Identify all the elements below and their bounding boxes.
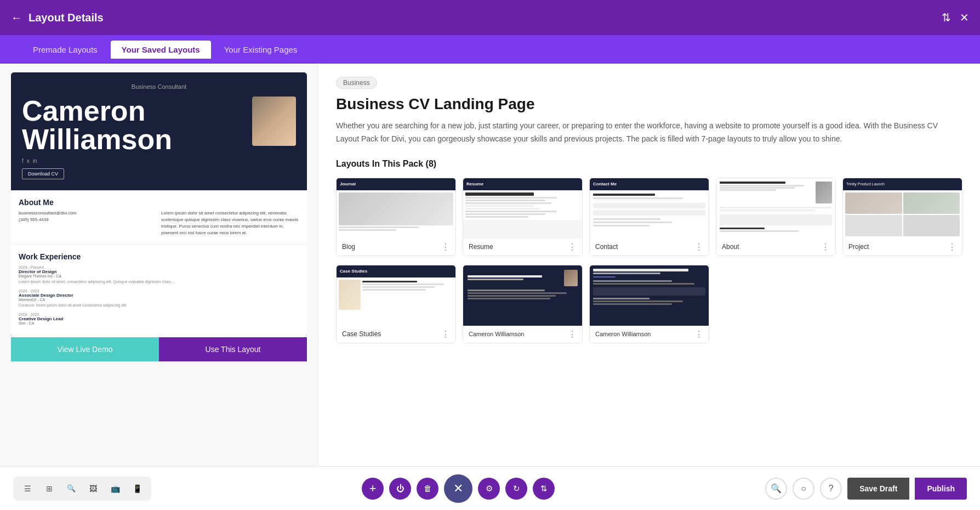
work-item-1: 2024 - Present Director of Design Elegan… (19, 265, 299, 285)
layout-card-contact-footer: Contact ⋮ (590, 239, 709, 256)
close-center-icon[interactable]: ✕ (444, 474, 472, 503)
work-item-2: 2020 - 2023 Associate Design Director Mo… (19, 289, 299, 308)
layout-card-blog-name: Blog (342, 243, 355, 251)
help-icon[interactable]: ? (820, 478, 842, 500)
detail-panel: Business Business CV Landing Page Whethe… (318, 64, 980, 466)
layout-card-about[interactable]: About ⋮ (716, 178, 836, 256)
preview-image: Business Consultant Cameron Williamson f… (11, 72, 307, 337)
layout-card-cv2-thumb (463, 265, 582, 326)
tab-saved-layouts[interactable]: Your Saved Layouts (111, 41, 211, 59)
layout-card-about-menu[interactable]: ⋮ (821, 242, 830, 252)
tabs-bar: Premade Layouts Your Saved Layouts Your … (0, 35, 980, 64)
top-bar: ← Layout Details ⇅ ✕ (0, 0, 980, 35)
layout-card-cv2-footer: Cameron Williamson ⋮ (463, 326, 582, 343)
preview-about: About Me businessconsultant@divi.com(345… (11, 190, 307, 244)
save-draft-button[interactable]: Save Draft (847, 478, 909, 500)
layout-card-blog-footer: Blog ⋮ (337, 239, 455, 256)
tab-existing-pages[interactable]: Your Existing Pages (213, 41, 309, 59)
tab-premade-layouts[interactable]: Premade Layouts (22, 41, 109, 59)
publish-button[interactable]: Publish (915, 478, 967, 500)
layout-card-cv2-name: Cameron Williamson (469, 331, 524, 337)
layout-card-resume-thumb: Resume (463, 178, 582, 239)
search-right-icon[interactable]: 🔍 (765, 478, 787, 500)
layout-card-contact-menu[interactable]: ⋮ (694, 242, 703, 252)
toolbar-view-options: ☰ ⊞ 🔍 🖼 📺 📱 (13, 477, 151, 501)
settings-icon[interactable]: ⇅ (942, 11, 951, 24)
layout-card-blog[interactable]: Journal Blog ⋮ (336, 178, 456, 256)
layout-card-resume-menu[interactable]: ⋮ (568, 242, 577, 252)
preview-top: Business Consultant Cameron Williamson f… (11, 72, 307, 190)
toolbar-center: + ⏻ 🗑 ✕ ⚙ ↻ ⇅ (362, 474, 555, 503)
layout-card-cv3-name: Cameron Williamson (595, 331, 651, 337)
toolbar-left: ☰ ⊞ 🔍 🖼 📺 📱 (13, 477, 151, 501)
sort-icon[interactable]: ⇅ (533, 478, 555, 500)
mobile-icon[interactable]: 📱 (127, 479, 147, 498)
layouts-grid-row1: Journal Blog ⋮ (336, 178, 962, 256)
undo-icon[interactable]: ↻ (505, 478, 527, 500)
layout-card-case-menu[interactable]: ⋮ (441, 329, 450, 339)
layout-card-project[interactable]: Trinity Product Launch Project (842, 178, 962, 256)
layout-card-cv3[interactable]: Cameron Williamson ⋮ (589, 265, 709, 343)
preview-work: Work Experience 2024 - Present Director … (11, 244, 307, 337)
layout-card-case-footer: Case Studies ⋮ (337, 326, 455, 343)
hamburger-menu-icon[interactable]: ☰ (18, 479, 37, 498)
layout-card-project-name: Project (848, 243, 869, 251)
layout-card-about-name: About (722, 243, 739, 251)
trash-icon[interactable]: 🗑 (417, 478, 438, 500)
layouts-section-title: Layouts In This Pack (8) (336, 159, 962, 169)
bottom-toolbar: ☰ ⊞ 🔍 🖼 📺 📱 + ⏻ 🗑 ✕ ⚙ ↻ ⇅ 🔍 ○ ? Save Dra… (0, 466, 980, 510)
layout-card-resume[interactable]: Resume (463, 178, 583, 256)
desktop-icon[interactable]: 🖼 (83, 479, 103, 498)
layout-card-cv2-menu[interactable]: ⋮ (568, 329, 577, 339)
layout-card-about-thumb (716, 178, 835, 239)
page-title: Layout Details (29, 12, 104, 24)
top-bar-right: ⇅ ✕ (942, 11, 969, 24)
main-content: Business Consultant Cameron Williamson f… (0, 64, 980, 466)
layout-card-resume-name: Resume (469, 243, 493, 251)
detail-description: Whether you are searching for a new job,… (336, 120, 962, 146)
download-cv-button[interactable]: Download CV (22, 168, 64, 179)
work-title: Work Experience (19, 252, 299, 261)
layout-card-project-menu[interactable]: ⋮ (948, 242, 956, 252)
about-title: About Me (19, 198, 299, 207)
layout-card-cv3-menu[interactable]: ⋮ (694, 329, 703, 339)
search-icon[interactable]: 🔍 (61, 479, 81, 498)
circle-icon[interactable]: ○ (793, 478, 814, 500)
view-live-demo-button[interactable]: View Live Demo (11, 337, 159, 361)
layout-card-case[interactable]: Case Studies (336, 265, 456, 343)
work-item-3: 2018 - 2020 Creative Design Lead Shri - … (19, 313, 299, 325)
layout-card-project-thumb: Trinity Product Launch (843, 178, 962, 239)
layout-card-cv3-thumb (590, 265, 709, 326)
preview-name: Cameron Williamson (22, 97, 239, 154)
layout-card-case-name: Case Studies (342, 330, 381, 338)
layout-card-contact[interactable]: Contact Me Contact (589, 178, 709, 256)
toolbar-right: 🔍 ○ ? Save Draft Publish (765, 478, 967, 500)
preview-panel: Business Consultant Cameron Williamson f… (0, 64, 318, 466)
top-bar-left: ← Layout Details (11, 12, 104, 24)
back-arrow-icon[interactable]: ← (11, 12, 22, 24)
detail-title: Business CV Landing Page (336, 95, 962, 113)
use-this-layout-button[interactable]: Use This Layout (159, 337, 307, 361)
layout-card-project-footer: Project ⋮ (843, 239, 962, 256)
layout-card-contact-name: Contact (595, 243, 618, 251)
preview-brand: Business Consultant (22, 83, 296, 90)
add-section-icon[interactable]: + (362, 478, 384, 500)
layout-card-resume-footer: Resume ⋮ (463, 239, 582, 256)
about-desc: Lorem ipsum dolor sit amet consectetur a… (161, 210, 299, 236)
layout-card-case-thumb: Case Studies (337, 265, 455, 326)
power-icon[interactable]: ⏻ (389, 478, 411, 500)
preview-photo (252, 97, 296, 146)
tablet-icon[interactable]: 📺 (105, 479, 125, 498)
layout-card-contact-thumb: Contact Me (590, 178, 709, 239)
category-badge: Business (336, 77, 377, 89)
layout-card-blog-thumb: Journal (337, 178, 455, 239)
grid-view-icon[interactable]: ⊞ (39, 479, 59, 498)
layout-card-cv3-footer: Cameron Williamson ⋮ (590, 326, 709, 343)
preview-buttons: View Live Demo Use This Layout (11, 337, 307, 361)
layouts-grid-row2: Case Studies (336, 265, 962, 343)
settings-center-icon[interactable]: ⚙ (478, 478, 500, 500)
layout-card-cv2[interactable]: Cameron Williamson ⋮ (463, 265, 583, 343)
close-icon[interactable]: ✕ (960, 11, 969, 24)
about-contact: businessconsultant@divi.com(345) 555-443… (19, 210, 157, 236)
layout-card-blog-menu[interactable]: ⋮ (441, 242, 450, 252)
